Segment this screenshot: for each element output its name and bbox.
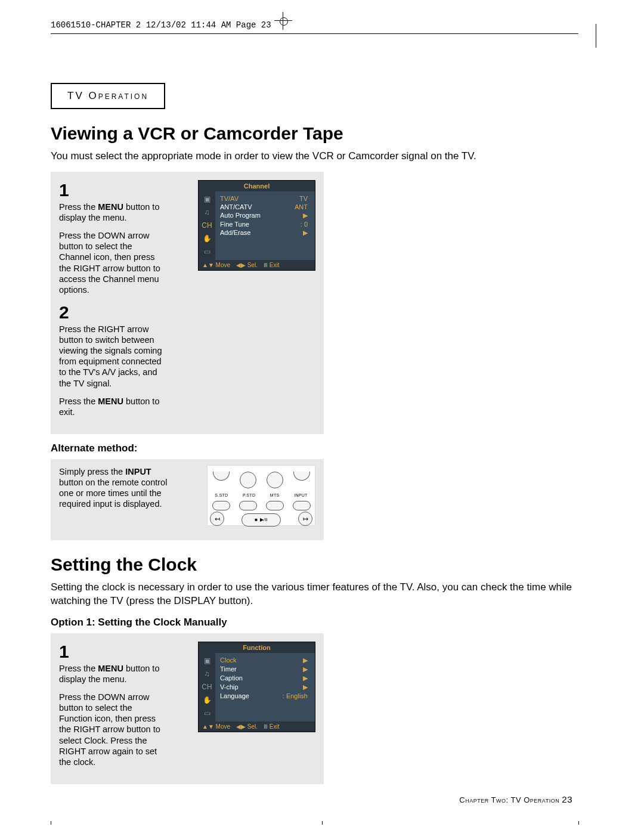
input-label: INPUT [125,467,151,476]
osd-exit: Ⅲ Exit [264,723,279,730]
step-1-text-a: Press the MENU button to display the men… [59,202,166,223]
pip-icon: ▭ [202,247,212,256]
remote-button [293,501,311,510]
remote-row-top [208,470,315,490]
pip-icon: ▭ [202,709,212,718]
print-header: 16061510-CHAPTER 2 12/13/02 11:44 AM Pag… [51,18,578,34]
remote-label: INPUT [294,493,308,497]
function-icon: ✋ [202,696,212,705]
osd-row: TV/AVTV [220,194,310,203]
remote-control-image: S.STD P.STD MTS INPUT ↤ ■▶/II ↦ [207,465,315,526]
remote-label: S.STD [215,493,228,497]
channel-icon: CH [202,221,212,230]
osd-label: Clock [220,657,237,664]
remote-button [212,501,230,510]
osd-rows: TV/AVTV ANT/CATVANT Auto Program▶ Fine T… [215,191,315,260]
remote-button [293,472,310,481]
bottom-crop-marks [0,821,644,825]
sound-icon: ♫ [202,670,212,679]
osd-body: ▣ ♫ CH ✋ ▭ Clock▶ Timer▶ Caption▶ V-chip… [199,653,315,721]
osd-channel-menu: Channel ▣ ♫ CH ✋ ▭ TV/AVTV ANT/CATVANT A… [198,180,315,271]
remote-row-bottom: ↤ ■▶/II ↦ [208,510,315,527]
osd-row: V-chip▶ [220,683,310,692]
channel-icon: CH [202,683,212,692]
osd-val: ▶ [303,683,310,691]
osd-val: : English [283,692,310,699]
osd-footer: ▲▼ Move ◀▶ Sel. Ⅲ Exit [199,260,315,270]
step-1-text-b: Press the DOWN arrow button to select th… [59,230,166,295]
osd-val: : 0 [301,221,310,228]
osd-row: Clock▶ [220,656,310,665]
menu-label: MENU [98,202,123,212]
clock-step-b: Press the DOWN arrow button to select th… [59,692,166,767]
picture-icon: ▣ [202,195,212,204]
osd-val: ▶ [303,674,310,682]
intro-text-2: Setting the clock is necessary in order … [51,581,578,608]
step-number-2: 2 [59,302,315,323]
osd-val: ▶ [303,229,310,237]
osd-exit: Ⅲ Exit [264,262,279,268]
remote-button [213,472,230,481]
heading-vcr: Viewing a VCR or Camcorder Tape [51,123,578,144]
text: Simply press the [59,467,125,476]
remote-label: MTS [270,493,280,497]
menu-label: MENU [98,664,123,673]
osd-row: ANT/CATVANT [220,203,310,211]
osd-val: ▶ [303,212,310,219]
registration-mark-icon [274,12,292,30]
instruction-box-1: 1 Press the MENU button to display the m… [51,172,324,434]
rewind-icon: ↤ [210,512,224,526]
remote-button [240,472,256,488]
osd-row: Fine Tune: 0 [220,220,310,228]
osd-row: Language: English [220,692,310,700]
picture-icon: ▣ [202,657,212,665]
osd-move: ▲▼ Move [202,262,230,268]
osd-row: Auto Program▶ [220,211,310,220]
osd-label: V-chip [220,683,239,691]
alternate-heading: Alternate method: [51,442,578,454]
osd-move: ▲▼ Move [202,723,230,730]
remote-label: P.STD [243,493,255,497]
osd-title: Channel [199,181,315,191]
text: Press the [59,397,98,406]
osd-label: TV/AV [220,195,239,202]
osd-sel: ◀▶ Sel. [236,723,258,730]
osd-val: ▶ [303,665,310,673]
forward-icon: ↦ [298,512,312,526]
remote-labels: S.STD P.STD MTS INPUT [208,493,315,497]
osd-label: Fine Tune [220,221,249,228]
osd-title: Function [199,642,315,653]
osd-label: Caption [220,674,243,682]
instruction-box-2: 1 Press the MENU button to display the m… [51,633,324,784]
osd-sel: ◀▶ Sel. [236,262,258,268]
intro-text-1: You must select the appropriate mode in … [51,150,578,163]
osd-val: ▶ [303,657,310,664]
remote-button [266,501,284,510]
option-heading: Option 1: Setting the Clock Manually [51,617,578,628]
osd-row: Timer▶ [220,665,310,674]
remote-button [239,501,257,510]
osd-label: Language [220,692,249,699]
osd-icon-bar: ▣ ♫ CH ✋ ▭ [199,653,215,721]
remote-button [267,472,283,488]
text: Press the [59,202,98,212]
heading-clock: Setting the Clock [51,555,578,575]
step-2-text-b: Press the MENU button to exit. [59,396,166,417]
alt-text: Simply press the INPUT button on the rem… [59,466,172,510]
osd-function-menu: Function ▣ ♫ CH ✋ ▭ Clock▶ Timer▶ Captio… [198,642,315,732]
osd-row: Caption▶ [220,674,310,683]
osd-icon-bar: ▣ ♫ CH ✋ ▭ [199,191,215,260]
osd-label: ANT/CATV [220,203,252,210]
page: 16061510-CHAPTER 2 12/13/02 11:44 AM Pag… [0,0,644,833]
osd-footer: ▲▼ Move ◀▶ Sel. Ⅲ Exit [199,721,315,732]
page-number: 23 [562,794,572,804]
text: Press the [59,664,98,673]
page-footer: Chapter Two: TV Operation 23 [459,794,572,804]
osd-rows: Clock▶ Timer▶ Caption▶ V-chip▶ Language:… [215,653,315,721]
osd-body: ▣ ♫ CH ✋ ▭ TV/AVTV ANT/CATVANT Auto Prog… [199,191,315,260]
alternate-box: Simply press the INPUT button on the rem… [51,459,324,540]
step-2-text-a: Press the RIGHT arrow button to switch b… [59,324,166,389]
clock-step-a: Press the MENU button to display the men… [59,663,166,685]
remote-play-stop: ■▶/II [242,513,281,527]
osd-val: TV [299,195,310,202]
